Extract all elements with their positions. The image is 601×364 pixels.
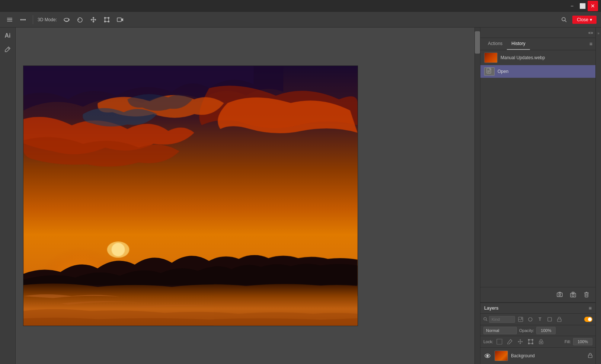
svg-point-35: [528, 317, 532, 321]
svg-point-8: [108, 21, 109, 22]
right-expand-panel: »: [595, 28, 601, 364]
panel-collapse-row: «»: [480, 28, 595, 38]
minimize-button[interactable]: −: [567, 1, 577, 11]
search-icon[interactable]: [559, 15, 569, 25]
svg-point-24: [572, 294, 574, 296]
shape-filter-icon[interactable]: [546, 315, 554, 323]
svg-rect-0: [7, 18, 12, 19]
lock-move-icon[interactable]: [516, 338, 524, 346]
canvas-area: [16, 28, 474, 364]
svg-point-45: [541, 342, 541, 343]
close-window-button[interactable]: ✕: [588, 1, 598, 11]
maximize-button[interactable]: ⬜: [577, 1, 588, 11]
lock-transform-icon[interactable]: [527, 338, 535, 346]
history-bottom-buttons: [480, 287, 595, 302]
svg-line-12: [8, 48, 9, 49]
svg-rect-1: [7, 19, 12, 20]
fill-label: Fill:: [565, 339, 571, 344]
tab-actions[interactable]: Actions: [483, 38, 507, 50]
layers-title: Layers: [484, 306, 499, 311]
kind-filter-input[interactable]: [489, 316, 515, 323]
svg-rect-43: [532, 343, 533, 344]
layers-menu-icon[interactable]: ≡: [589, 305, 592, 311]
tab-history[interactable]: History: [507, 38, 530, 50]
title-bar: − ⬜ ✕: [0, 0, 601, 12]
main-content: Ai: [0, 28, 601, 364]
left-toolbar: Ai: [0, 28, 16, 364]
history-thumbnail: [484, 52, 498, 63]
lock-pixel-icon[interactable]: [495, 338, 504, 346]
sidebar-toggle-icon[interactable]: [4, 15, 15, 25]
text-filter-icon[interactable]: T: [536, 315, 544, 323]
lock-brush-icon[interactable]: [506, 338, 514, 346]
svg-point-34: [521, 318, 522, 319]
svg-rect-38: [497, 339, 502, 344]
right-expand-icon[interactable]: »: [597, 31, 600, 35]
tool-brush[interactable]: [2, 43, 14, 55]
panel-tabs: Actions History ≡: [480, 38, 595, 50]
lock-filter-icon[interactable]: [555, 315, 563, 323]
history-open-icon: [484, 67, 495, 76]
svg-point-16: [107, 242, 130, 258]
layer-item-background[interactable]: Background: [480, 349, 595, 363]
rotate-3d-icon[interactable]: [61, 15, 72, 25]
video-3d-icon[interactable]: [115, 15, 125, 25]
image-filter-icon[interactable]: [517, 315, 525, 323]
lock-fill-row: Lock:: [480, 336, 595, 348]
history-file-item[interactable]: Manual Updates.webp: [480, 50, 595, 65]
svg-point-22: [559, 294, 561, 296]
panel-menu-icon[interactable]: ≡: [589, 41, 592, 47]
svg-line-11: [565, 20, 566, 22]
layers-list: Background: [480, 348, 595, 364]
layer-name: Background: [511, 353, 585, 358]
toolbar-right: Close ▾: [559, 15, 597, 25]
new-snapshot-button[interactable]: [554, 290, 565, 300]
svg-rect-2: [7, 21, 12, 22]
layer-visibility-eye[interactable]: [483, 352, 492, 360]
right-panel: «» Actions History ≡ Manual Updates.webp: [480, 28, 595, 364]
svg-point-6: [108, 17, 109, 18]
more-options-icon[interactable]: •••: [18, 15, 28, 25]
canvas-vertical-scrollbar[interactable]: [474, 28, 480, 364]
layers-search-icon: [483, 317, 487, 322]
lock-label: Lock:: [483, 339, 493, 344]
blend-opacity-row: Normal Opacity: 100%: [480, 325, 595, 336]
canvas-image: [23, 66, 358, 326]
camera-button[interactable]: [568, 290, 578, 300]
reset-3d-icon[interactable]: [75, 15, 85, 25]
layers-panel: Layers ≡: [480, 302, 595, 364]
delete-history-button[interactable]: [581, 290, 592, 300]
opacity-label: Opacity:: [519, 328, 534, 333]
svg-rect-48: [588, 355, 592, 358]
center-area: [16, 28, 480, 364]
canvas-wrap: [16, 28, 480, 364]
history-content: Manual Updates.webp Open: [480, 50, 595, 287]
svg-point-47: [487, 355, 489, 357]
panel-collapse-icon[interactable]: «»: [588, 30, 593, 35]
svg-point-10: [562, 17, 565, 21]
svg-rect-37: [557, 319, 561, 322]
mode-label: 3D Mode:: [38, 17, 57, 22]
svg-point-5: [105, 17, 106, 18]
opacity-value[interactable]: 100%: [536, 327, 556, 334]
svg-point-7: [105, 21, 106, 22]
svg-rect-42: [528, 343, 530, 344]
svg-point-31: [484, 317, 486, 320]
close-button[interactable]: Close ▾: [572, 16, 597, 24]
layers-filter-bar: T: [480, 314, 595, 325]
tool-ai[interactable]: Ai: [2, 30, 14, 42]
svg-rect-21: [557, 293, 562, 297]
separator-1: [33, 15, 33, 24]
blend-mode-select[interactable]: Normal: [483, 327, 517, 334]
circle-filter-icon[interactable]: [526, 315, 534, 323]
toolbar: ••• 3D Mode:: [0, 12, 601, 28]
layer-lock-icon[interactable]: [588, 353, 592, 359]
svg-rect-36: [548, 317, 552, 321]
layer-thumbnail: [495, 351, 508, 361]
fill-value[interactable]: 100%: [573, 338, 592, 345]
lock-all-icon[interactable]: [537, 338, 545, 346]
move-3d-icon[interactable]: [88, 15, 99, 25]
filter-toggle[interactable]: [584, 317, 592, 322]
history-open-item[interactable]: Open: [480, 65, 595, 78]
transform-3d-icon[interactable]: [102, 15, 112, 25]
